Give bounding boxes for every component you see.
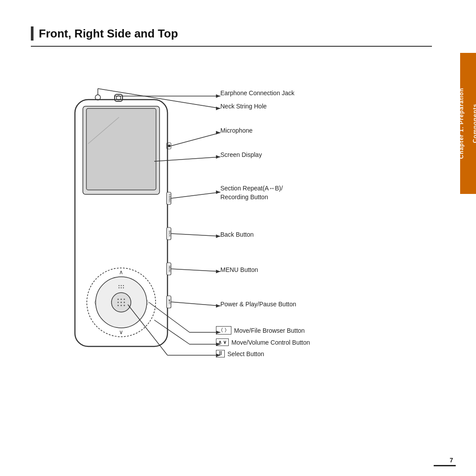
svg-text:BACK: BACK [168, 231, 171, 237]
svg-marker-47 [216, 155, 220, 159]
label-power: Power & Play/Pause Button [220, 301, 296, 308]
label-section-repeat: Section Repeat(A↔B)/ Recording Button [220, 184, 283, 201]
svg-text:〈: 〈 [91, 299, 97, 306]
svg-marker-40 [216, 94, 220, 98]
move-volume-icon: ∧ ∨ [216, 338, 229, 346]
select-icon: ⠿ [216, 350, 225, 357]
svg-point-7 [168, 145, 171, 147]
svg-point-20 [118, 299, 119, 300]
label-neck: Neck String Hole [220, 103, 267, 110]
svg-point-37 [121, 287, 122, 288]
svg-text:∨: ∨ [119, 329, 123, 335]
svg-text:A-B/REC: A-B/REC [168, 194, 171, 203]
svg-line-50 [171, 234, 220, 236]
svg-line-62 [128, 305, 167, 355]
svg-text:MENU: MENU [168, 266, 171, 272]
svg-text:▶/IO: ▶/IO [168, 300, 171, 305]
svg-point-33 [119, 285, 119, 286]
label-back: Back Button [220, 231, 254, 238]
svg-line-52 [171, 269, 220, 271]
svg-line-54 [171, 302, 220, 306]
svg-point-35 [123, 285, 124, 286]
svg-marker-51 [216, 234, 220, 238]
svg-point-25 [124, 302, 125, 303]
label-microphone: Microphone [220, 127, 253, 134]
svg-point-24 [121, 302, 122, 303]
label-move-file: 〈 〉 Move/File Browser Button [216, 326, 305, 335]
move-file-icon: 〈 〉 [216, 326, 231, 335]
diagram-area: A-B/REC BACK MENU ▶/IO [31, 64, 432, 395]
title-bar: Front, Right Side and Top [31, 26, 432, 47]
svg-line-44 [171, 133, 220, 146]
svg-text:∧: ∧ [119, 269, 123, 275]
title-accent [31, 26, 33, 41]
sidebar-tab: Chapter 1. Preparation Components [460, 53, 476, 194]
svg-point-27 [121, 305, 122, 306]
svg-marker-55 [216, 304, 220, 308]
svg-point-34 [121, 285, 122, 286]
sidebar-tab-text: Chapter 1. Preparation Components [458, 88, 476, 159]
svg-marker-43 [216, 107, 220, 110]
svg-point-36 [119, 287, 119, 288]
label-menu: MENU Button [220, 266, 258, 273]
svg-point-21 [121, 299, 122, 300]
svg-point-26 [118, 305, 119, 306]
svg-point-38 [123, 287, 124, 288]
svg-line-46 [154, 157, 220, 161]
svg-point-28 [124, 305, 125, 306]
label-move-volume: ∧ ∨ Move/Volume Control Button [216, 338, 310, 346]
svg-marker-53 [216, 270, 220, 273]
svg-marker-49 [216, 190, 220, 194]
svg-line-59 [154, 320, 190, 344]
label-select: ⠿ Select Button [216, 350, 264, 357]
main-content: Front, Right Side and Top [0, 0, 458, 476]
label-screen: Screen Display [220, 151, 262, 158]
svg-line-48 [171, 192, 220, 198]
label-earphone: Earphone Connection Jack [220, 89, 294, 97]
svg-rect-2 [86, 108, 156, 190]
page-title: Front, Right Side and Top [39, 27, 178, 41]
svg-point-22 [124, 299, 125, 300]
svg-marker-45 [216, 131, 220, 134]
svg-point-23 [118, 302, 119, 303]
